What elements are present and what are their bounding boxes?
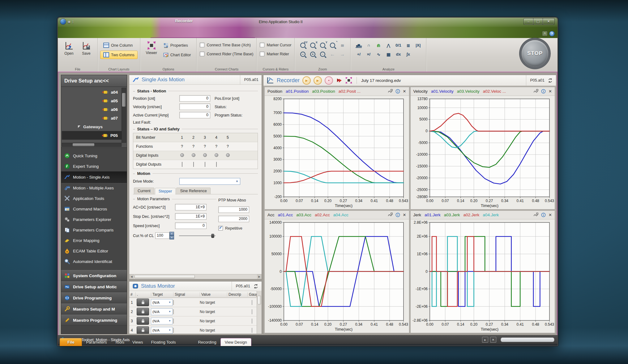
close-button[interactable]: ✕: [543, 18, 554, 25]
analyze-1-icon[interactable]: ∩: [365, 42, 372, 49]
tab-view-design[interactable]: View Design: [220, 338, 251, 346]
target-select[interactable]: (N/A▼: [151, 318, 173, 324]
tab-views[interactable]: Views: [128, 338, 147, 346]
sync-icon[interactable]: [253, 284, 258, 289]
sidebar-item-ecam-table-editor[interactable]: ECAM Table Editor: [61, 246, 127, 256]
lock-button[interactable]: [137, 326, 149, 334]
lock-button[interactable]: [137, 317, 149, 325]
sidebar-item-automated-identificat[interactable]: Automated Identificat: [61, 256, 127, 267]
sidebar-item-application-tools[interactable]: Application Tools: [61, 193, 127, 204]
save-button[interactable]: Save: [78, 39, 95, 56]
tree-node-a06[interactable]: a06: [62, 105, 122, 114]
zoom-x-icon[interactable]: X: [310, 42, 316, 49]
markers-icon[interactable]: [336, 77, 343, 84]
digital-output-checkbox[interactable]: [182, 162, 182, 167]
gauge-checkbox[interactable]: [252, 328, 252, 333]
properties-button[interactable]: Properties: [160, 41, 194, 49]
drive-mode-select[interactable]: ▼: [179, 178, 240, 185]
digital-output-checkbox[interactable]: [193, 162, 194, 167]
analyze-5-icon[interactable]: ≣: [405, 42, 411, 49]
open-button[interactable]: Open: [60, 39, 78, 56]
series-label[interactable]: a03.Position: [312, 89, 335, 94]
scroll-right-icon[interactable]: ▶: [257, 274, 262, 279]
acdc-input[interactable]: 1E+9: [175, 204, 207, 210]
signal-input[interactable]: [173, 309, 174, 314]
series-label[interactable]: a02.Posit ...: [339, 89, 361, 94]
target-select[interactable]: (N/A▼: [151, 327, 173, 334]
section-motion[interactable]: −Motion: [133, 171, 258, 176]
tab-recording[interactable]: Recording: [194, 338, 220, 346]
sidebar-item-motion-multiple-axes[interactable]: Motion - Multiple Axes: [61, 183, 127, 193]
chart-plot[interactable]: 0.000.070.140.200.270.340.410.480.5432.8…: [411, 219, 555, 333]
tree-horizontal-scrollbar[interactable]: [62, 143, 122, 147]
velocity-input[interactable]: 0: [179, 104, 210, 110]
info-icon[interactable]: [395, 213, 400, 217]
signal-input[interactable]: [173, 319, 174, 324]
close-chart-icon[interactable]: ✕: [549, 89, 552, 94]
tree-node-a07[interactable]: a07: [62, 114, 122, 122]
minimize-button[interactable]: –: [523, 18, 533, 25]
lock-button[interactable]: [137, 298, 149, 306]
close-chart-icon[interactable]: ✕: [403, 89, 406, 94]
help-icon[interactable]: ?: [549, 31, 554, 36]
spin-up-icon[interactable]: ▲: [169, 232, 174, 236]
active-current-input[interactable]: 0: [179, 112, 210, 118]
tree-node-a04[interactable]: a04: [62, 88, 122, 96]
sync-icon[interactable]: [548, 78, 553, 83]
zoom-icon-icon[interactable]: ⌝: [329, 42, 335, 49]
gauge-checkbox[interactable]: [252, 300, 252, 305]
zoom-tool-4-icon[interactable]: →: [339, 51, 345, 58]
series-label[interactable]: a03.Jerk: [444, 213, 460, 217]
sidebar-item-parameters-explorer[interactable]: Parameters Explorer: [61, 214, 127, 225]
series-label[interactable]: a01.Acc: [278, 213, 293, 217]
analyze-6-icon[interactable]: |X|: [415, 42, 421, 49]
ptp-position2-input[interactable]: 2000: [218, 216, 249, 222]
connect-rider-checkbox[interactable]: Connect Rider (Time Base): [200, 52, 253, 56]
stop-recording-button[interactable]: ●: [325, 76, 333, 85]
series-label[interactable]: a01.Jerk: [425, 213, 441, 217]
info-icon[interactable]: [395, 89, 400, 94]
maximize-button[interactable]: ▢: [533, 18, 543, 25]
series-label[interactable]: a01.Position: [286, 89, 309, 94]
series-label[interactable]: a02.Acc: [315, 213, 330, 217]
analyze-row2-3-icon[interactable]: ▦: [385, 51, 391, 58]
collapse-icon[interactable]: [78, 125, 80, 128]
signal-input[interactable]: [173, 328, 174, 333]
sidebar-item-motion-single-axis[interactable]: Motion - Single Axis: [61, 171, 127, 183]
lock-button[interactable]: [137, 308, 149, 315]
zoom-tool-3-icon[interactable]: ←: [329, 51, 335, 58]
speed-input[interactable]: 0: [175, 222, 207, 229]
sidebar-item-quick-tuning[interactable]: Quick Tuning: [61, 150, 127, 161]
spin-down-icon[interactable]: ▼: [169, 236, 174, 240]
close-chart-icon[interactable]: ✕: [403, 213, 406, 217]
two-columns-button[interactable]: Two Columns: [100, 51, 138, 59]
stop-button[interactable]: STOP: [522, 40, 548, 67]
slider-handle[interactable]: [211, 234, 214, 238]
analyze-3-icon[interactable]: ⋀: [385, 42, 391, 49]
zoom-tool-1-icon[interactable]: +: [310, 51, 316, 58]
measure-icon[interactable]: [388, 213, 393, 217]
analyze-row2-5-icon[interactable]: ∫x: [405, 51, 411, 58]
sidebar-header[interactable]: Drive Setup anc<<: [61, 75, 127, 87]
measure-icon[interactable]: [388, 89, 393, 94]
tree-group-gateways[interactable]: Gateways: [62, 122, 122, 131]
series-label[interactable]: a03.Velocity: [457, 89, 480, 94]
measure-icon[interactable]: [533, 89, 538, 94]
marker-cursor-checkbox[interactable]: Marker Cursor: [260, 43, 291, 47]
analyze-row2-0-icon[interactable]: +/: [356, 51, 362, 58]
info-icon[interactable]: [541, 89, 546, 94]
digital-output-checkbox[interactable]: [216, 162, 217, 167]
quick-access-item-icon[interactable]: ◉: [68, 20, 71, 24]
tab-tools[interactable]: Tools: [111, 338, 128, 346]
gauge-checkbox[interactable]: [252, 309, 252, 314]
chart-plot[interactable]: 0.000.070.140.200.270.340.410.480.543140…: [265, 219, 409, 333]
analyze-4-icon[interactable]: 0/1: [395, 42, 401, 49]
zoom-xy-icon[interactable]: XY: [300, 42, 306, 49]
analyze-2-icon[interactable]: ⋒: [375, 42, 382, 49]
analyze-0-icon[interactable]: ▄▆▂: [356, 43, 362, 48]
series-label[interactable]: a03.Acc: [296, 213, 311, 217]
motion-tab-current[interactable]: Current: [134, 188, 154, 194]
play-all-button[interactable]: ▶: [314, 76, 322, 85]
fit-view-icon[interactable]: [345, 77, 352, 84]
play-button[interactable]: ▶: [302, 76, 311, 85]
